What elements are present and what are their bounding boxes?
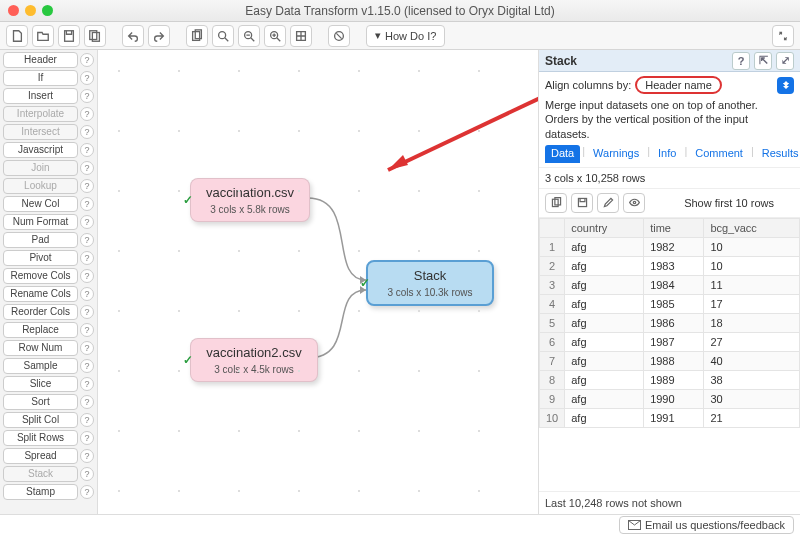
table-cell: afg [565, 389, 644, 408]
collapse-icon[interactable]: ⤢ [776, 52, 794, 70]
email-label: Email us questions/feedback [645, 519, 785, 531]
help-icon[interactable]: ? [80, 305, 94, 319]
align-columns-value[interactable]: Header name [635, 76, 722, 94]
open-file-button[interactable] [32, 25, 54, 47]
edit-button[interactable] [597, 193, 619, 213]
minimize-window[interactable] [25, 5, 36, 16]
transform-slice[interactable]: Slice [3, 376, 78, 392]
expand-button[interactable] [772, 25, 794, 47]
table-cell: afg [565, 408, 644, 427]
node-vaccination-csv[interactable]: ✓ vaccination.csv 3 cols x 5.8k rows [190, 178, 310, 222]
transform-num-format[interactable]: Num Format [3, 214, 78, 230]
help-icon[interactable]: ? [80, 395, 94, 409]
transform-stamp[interactable]: Stamp [3, 484, 78, 500]
tab-results[interactable]: Results [756, 145, 800, 163]
help-icon[interactable]: ? [80, 233, 94, 247]
email-feedback-button[interactable]: Email us questions/feedback [619, 516, 794, 534]
redo-button[interactable] [148, 25, 170, 47]
table-cell: 30 [704, 389, 800, 408]
transform-split-rows[interactable]: Split Rows [3, 430, 78, 446]
transform-insert[interactable]: Insert [3, 88, 78, 104]
zoom-window[interactable] [42, 5, 53, 16]
tab-info[interactable]: Info [652, 145, 682, 163]
help-icon[interactable]: ? [80, 341, 94, 355]
help-icon[interactable]: ? [80, 323, 94, 337]
panel-tabs: Data|Warnings|Info|Comment|Results [539, 145, 800, 168]
transform-reorder-cols[interactable]: Reorder Cols [3, 304, 78, 320]
help-icon[interactable]: ? [80, 359, 94, 373]
help-icon[interactable]: ? [732, 52, 750, 70]
panel-header: Stack ? ⇱ ⤢ [539, 50, 800, 72]
save-data-button[interactable] [571, 193, 593, 213]
transform-sample[interactable]: Sample [3, 358, 78, 374]
show-rows-dropdown[interactable] [778, 195, 794, 211]
help-icon[interactable]: ? [80, 107, 94, 121]
help-icon[interactable]: ? [80, 143, 94, 157]
copy-button[interactable] [186, 25, 208, 47]
transform-split-col[interactable]: Split Col [3, 412, 78, 428]
transform-javascript[interactable]: Javascript [3, 142, 78, 158]
help-icon[interactable]: ? [80, 179, 94, 193]
node-stack[interactable]: ✓ Stack 3 cols x 10.3k rows [366, 260, 494, 306]
help-icon[interactable]: ? [80, 485, 94, 499]
check-icon: ✓ [183, 353, 193, 367]
zoom-fit-button[interactable] [212, 25, 234, 47]
node-vaccination2-csv[interactable]: ✓ vaccination2.csv 3 cols x 4.5k rows [190, 338, 318, 382]
rows-not-shown: Last 10,248 rows not shown [539, 491, 800, 514]
zoom-out-button[interactable] [238, 25, 260, 47]
table-cell: 10 [704, 237, 800, 256]
transform-sort[interactable]: Sort [3, 394, 78, 410]
table-cell: 1983 [644, 256, 704, 275]
save-button[interactable] [58, 25, 80, 47]
transform-replace[interactable]: Replace [3, 322, 78, 338]
node-subtitle: 3 cols x 5.8k rows [201, 204, 299, 215]
help-icon[interactable]: ? [80, 431, 94, 445]
help-icon[interactable]: ? [80, 71, 94, 85]
transform-pivot[interactable]: Pivot [3, 250, 78, 266]
undo-button[interactable] [122, 25, 144, 47]
window-title: Easy Data Transform v1.15.0 (licensed to… [0, 4, 800, 18]
tab-data[interactable]: Data [545, 145, 580, 163]
svg-point-5 [219, 31, 226, 38]
transform-pad[interactable]: Pad [3, 232, 78, 248]
tab-comment[interactable]: Comment [689, 145, 749, 163]
table-cell: 38 [704, 370, 800, 389]
link-icon[interactable]: ⇱ [754, 52, 772, 70]
help-icon[interactable]: ? [80, 449, 94, 463]
help-icon[interactable]: ? [80, 413, 94, 427]
transform-new-col[interactable]: New Col [3, 196, 78, 212]
align-dropdown-button[interactable] [777, 77, 794, 94]
table-cell: 1985 [644, 294, 704, 313]
table-cell: 1986 [644, 313, 704, 332]
new-file-button[interactable] [6, 25, 28, 47]
help-icon[interactable]: ? [80, 269, 94, 283]
help-icon[interactable]: ? [80, 467, 94, 481]
help-icon[interactable]: ? [80, 125, 94, 139]
copy-data-button[interactable] [545, 193, 567, 213]
zoom-in-button[interactable] [264, 25, 286, 47]
transform-spread[interactable]: Spread [3, 448, 78, 464]
help-icon[interactable]: ? [80, 89, 94, 103]
close-window[interactable] [8, 5, 19, 16]
transform-row-num[interactable]: Row Num [3, 340, 78, 356]
help-icon[interactable]: ? [80, 287, 94, 301]
transform-remove-cols[interactable]: Remove Cols [3, 268, 78, 284]
stop-button[interactable] [328, 25, 350, 47]
grid-button[interactable] [290, 25, 312, 47]
save-all-button[interactable] [84, 25, 106, 47]
transform-header[interactable]: Header [3, 52, 78, 68]
help-icon[interactable]: ? [80, 215, 94, 229]
help-icon[interactable]: ? [80, 161, 94, 175]
tab-warnings[interactable]: Warnings [587, 145, 645, 163]
canvas[interactable]: ✓ vaccination.csv 3 cols x 5.8k rows ✓ v… [98, 50, 538, 514]
node-title: vaccination2.csv [201, 345, 307, 360]
node-subtitle: 3 cols x 4.5k rows [201, 364, 307, 375]
help-icon[interactable]: ? [80, 197, 94, 211]
view-button[interactable] [623, 193, 645, 213]
transform-if[interactable]: If [3, 70, 78, 86]
transform-rename-cols[interactable]: Rename Cols [3, 286, 78, 302]
help-icon[interactable]: ? [80, 377, 94, 391]
help-icon[interactable]: ? [80, 53, 94, 67]
how-do-i-dropdown[interactable]: ▾How Do I? [366, 25, 445, 47]
help-icon[interactable]: ? [80, 251, 94, 265]
